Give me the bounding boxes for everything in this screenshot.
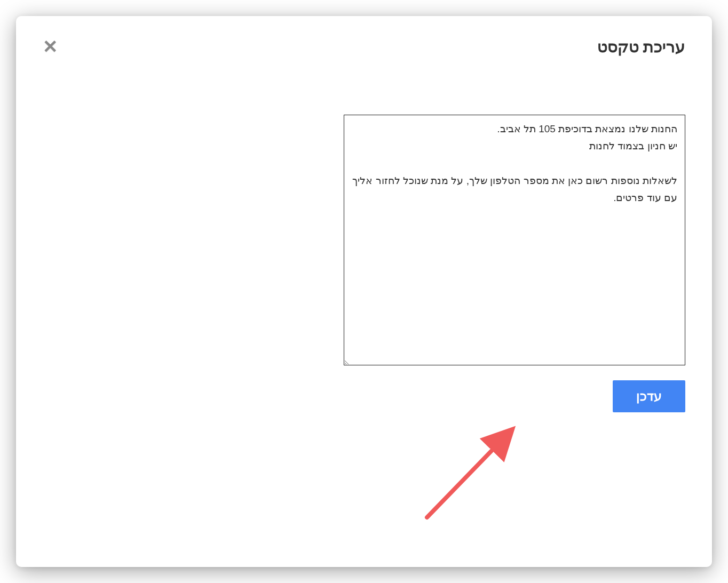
- modal-body: [43, 115, 685, 365]
- edit-text-modal: עריכת טקסט ✕ עדכן: [16, 16, 712, 567]
- modal-footer: עדכן: [43, 380, 685, 412]
- svg-line-1: [427, 432, 510, 517]
- modal-title: עריכת טקסט: [597, 37, 685, 56]
- close-icon: ✕: [43, 36, 58, 57]
- modal-header: עריכת טקסט ✕: [43, 37, 685, 56]
- annotation-arrow-icon: [411, 411, 528, 528]
- update-button[interactable]: עדכן: [613, 380, 685, 412]
- text-editor[interactable]: [344, 115, 685, 365]
- close-button[interactable]: ✕: [43, 37, 58, 55]
